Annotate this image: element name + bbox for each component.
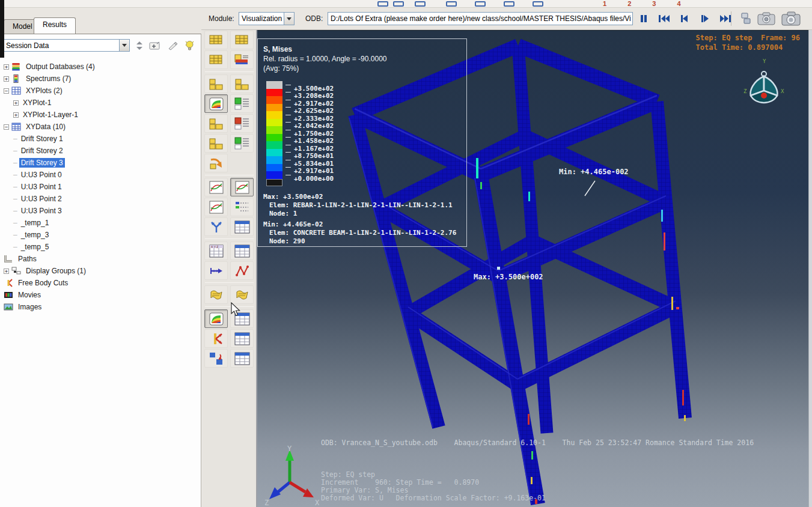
- module-combobox[interactable]: Visualization: [239, 12, 295, 25]
- module-dropdown-icon[interactable]: [284, 13, 294, 25]
- tree-item-u-u3-point-0[interactable]: –U:U3 Point 0: [1, 169, 200, 181]
- collapse-icon[interactable]: −: [4, 88, 9, 94]
- grid-frames-icon[interactable]: [204, 50, 228, 69]
- tree-item-temp-5[interactable]: –_temp_5: [1, 241, 200, 253]
- tree-item-drift-storey-1[interactable]: –Drift Storey 1: [1, 133, 200, 145]
- contour-window-icon[interactable]: [204, 309, 228, 328]
- table-window-icon[interactable]: [230, 241, 254, 260]
- tree-item-output-databases-4[interactable]: +Output Databases (4): [1, 61, 200, 73]
- tree-item-u-u3-point-1[interactable]: –U:U3 Point 1: [1, 181, 200, 193]
- symbol-options-icon[interactable]: [230, 114, 254, 133]
- tree-item-xydata-10[interactable]: −XYData (10): [1, 121, 200, 133]
- xy-plot-window-icon[interactable]: [230, 178, 254, 196]
- tree-item-label: Display Groups (1): [24, 266, 88, 276]
- legend-min-node: Node: 290: [269, 237, 305, 245]
- xyz-table-icon[interactable]: X Y Z: [204, 241, 228, 260]
- tree-item-label: XYPlot-1: [21, 98, 53, 108]
- tree-item-temp-1[interactable]: –_temp_1: [1, 217, 200, 229]
- free-body-cut-icon[interactable]: [204, 329, 228, 348]
- wavy-stack-icon[interactable]: [230, 285, 254, 304]
- expand-icon[interactable]: +: [4, 64, 9, 70]
- tree-item-images[interactable]: Images: [1, 301, 200, 313]
- tree-item-xyplot-1[interactable]: +XYPlot-1: [1, 97, 200, 109]
- xy-curves-icon[interactable]: [204, 198, 228, 216]
- tree-item-free-body-cuts[interactable]: Free Body Cuts: [1, 277, 200, 289]
- data-table-icon[interactable]: [230, 217, 254, 236]
- legend-min-elem: Elem: CONCRETE BEAM-1-LIN-2-1-LIN--LIN-1…: [269, 229, 456, 237]
- tree-item-xyplot-1-layer-1[interactable]: +XYPlot-1-Layer-1: [1, 109, 200, 121]
- tree-item-movies[interactable]: Movies: [1, 289, 200, 301]
- contour-options-icon[interactable]: [230, 94, 254, 113]
- tip-button[interactable]: [185, 40, 194, 51]
- legend-swatch: [266, 119, 282, 127]
- legend-swatch: [266, 134, 282, 142]
- tree-item-drift-storey-2[interactable]: –Drift Storey 2: [1, 145, 200, 157]
- tree-item-temp-3[interactable]: –_temp_3: [1, 229, 200, 241]
- pause-button[interactable]: [636, 11, 652, 26]
- filter-button[interactable]: [167, 40, 179, 51]
- tree-item-spectrums-7[interactable]: +Spectrums (7): [1, 73, 200, 85]
- first-frame-button[interactable]: [656, 11, 672, 26]
- tree-branch-tick: –: [13, 183, 17, 191]
- footer-step-block: Step: EQ stepIncrement 960: Step Time = …: [321, 471, 546, 502]
- legend-swatch: [266, 171, 282, 179]
- session-data-combobox[interactable]: Session Data: [2, 39, 130, 52]
- tree-item-label: Drift Storey 2: [19, 146, 65, 156]
- grid-stack-icon[interactable]: [230, 31, 254, 49]
- viewport-canvas[interactable]: S, Mises Rel. radius = 1.0000, Angle = -…: [257, 30, 808, 507]
- undeformed-shape-icon[interactable]: [204, 74, 228, 93]
- state-table-icon[interactable]: [230, 349, 254, 368]
- merge-curves-icon[interactable]: [204, 217, 228, 236]
- previous-frame-button[interactable]: [677, 11, 692, 26]
- legend-swatch: [266, 141, 282, 149]
- session-row: Session Data: [2, 39, 194, 52]
- print-capture-button[interactable]: [757, 11, 775, 28]
- frame-selector-icon[interactable]: [204, 31, 228, 49]
- expand-icon[interactable]: +: [4, 76, 9, 82]
- odb-path-field[interactable]: D:/Lots Of Extra (please make order here…: [328, 12, 633, 25]
- xy-data-create-icon[interactable]: [204, 178, 228, 196]
- report-window-icon[interactable]: [230, 329, 254, 348]
- toolbar-fragment-icon: [504, 1, 514, 7]
- next-frame-button[interactable]: [697, 11, 713, 26]
- expand-icon[interactable]: +: [13, 100, 19, 106]
- view-compass[interactable]: Y Z X: [735, 56, 793, 114]
- spin-arrows-button[interactable]: [136, 40, 143, 51]
- path-create-icon[interactable]: [204, 261, 228, 280]
- deformed-shape-icon[interactable]: [230, 74, 254, 93]
- viewport-cascade-button[interactable]: [740, 12, 751, 27]
- toolbox-separator: [205, 238, 254, 239]
- tree-item-drift-storey-3[interactable]: –Drift Storey 3: [1, 157, 200, 169]
- plot-state-swap-icon[interactable]: [204, 349, 228, 368]
- tree-item-u-u3-point-3[interactable]: –U:U3 Point 3: [1, 205, 200, 217]
- odb-label: ODB:: [305, 14, 323, 23]
- legend-min-value: Min: +4.465e-02: [263, 220, 323, 228]
- frame-swap-icon[interactable]: [204, 154, 228, 172]
- xy-list-icon[interactable]: [230, 198, 254, 216]
- expand-container-button[interactable]: [149, 40, 161, 51]
- tree-item-u-u3-point-2[interactable]: –U:U3 Point 2: [1, 193, 200, 205]
- viewport-cascade-icon: [740, 12, 751, 25]
- session-dropdown-icon[interactable]: [119, 40, 129, 51]
- window-options-icon[interactable]: [230, 309, 254, 328]
- snapshot-button[interactable]: [781, 11, 801, 28]
- toolbar-fragment-icon: [393, 1, 404, 7]
- legend-swatch: [266, 104, 282, 112]
- tree-item-xyplots-2[interactable]: −XYPlots (2): [1, 85, 200, 97]
- expand-icon[interactable]: +: [4, 269, 9, 274]
- collapse-icon[interactable]: −: [4, 124, 9, 130]
- expand-icon[interactable]: +: [13, 112, 19, 118]
- orientation-options-icon[interactable]: [230, 134, 254, 153]
- tab-results[interactable]: Results: [34, 17, 76, 34]
- wavy-sheet-icon[interactable]: [204, 285, 228, 304]
- tree-item-paths[interactable]: Paths: [1, 253, 200, 265]
- spectrum-list-icon[interactable]: [230, 50, 254, 69]
- contour-plot-icon[interactable]: [204, 94, 228, 113]
- symbol-plot-icon[interactable]: [204, 114, 228, 133]
- legend-tick: [285, 100, 291, 100]
- material-orientation-icon[interactable]: [204, 134, 228, 153]
- window-edge: [0, 0, 4, 58]
- zigzag-curve-icon[interactable]: [230, 261, 254, 280]
- tree-item-display-groups-1[interactable]: +Display Groups (1): [1, 265, 200, 277]
- legend-tick: [285, 115, 291, 115]
